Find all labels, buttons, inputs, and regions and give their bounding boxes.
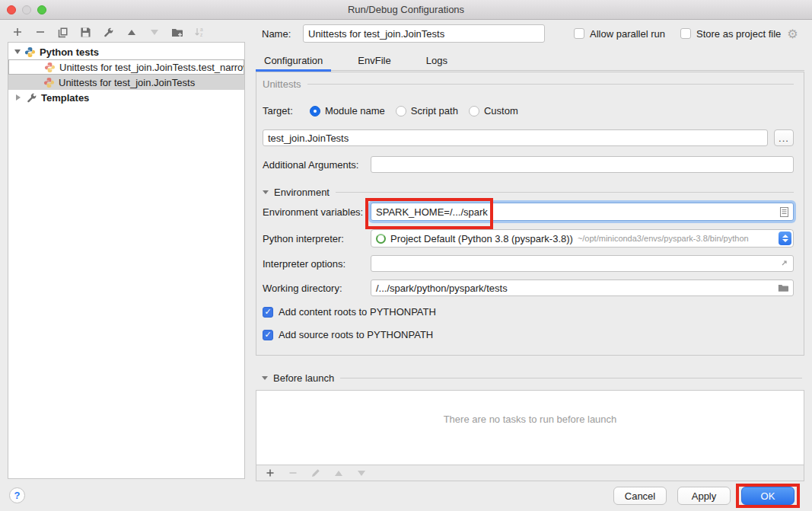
additional-arguments-row: Additional Arguments: xyxy=(263,156,794,173)
edit-icon[interactable] xyxy=(309,467,322,480)
tree-item-templates[interactable]: Templates xyxy=(8,90,244,105)
python-interpreter-row: Python interpreter: Project Default (Pyt… xyxy=(263,229,794,248)
ok-label: OK xyxy=(761,490,775,502)
tree-item-label: Templates xyxy=(41,92,89,104)
radio-label: Script path xyxy=(411,105,458,117)
tree-item-unittests-narrow[interactable]: Unittests for test_join.JoinTests.test_n… xyxy=(8,59,244,75)
before-launch-label: Before launch xyxy=(273,372,334,384)
unittests-group-header: Unittests xyxy=(263,78,794,90)
checkbox-checked-icon[interactable]: ✓ xyxy=(263,330,273,340)
edit-templates-icon[interactable] xyxy=(102,26,115,39)
module-row: test_join.JoinTests ... xyxy=(263,129,794,146)
apply-label: Apply xyxy=(692,490,717,502)
move-down-icon[interactable] xyxy=(355,467,368,480)
interpreter-options-row: Interpreter options: xyxy=(263,255,794,272)
expand-icon[interactable] xyxy=(779,259,788,268)
dropdown-stepper-icon[interactable] xyxy=(779,232,791,245)
edit-variables-icon[interactable] xyxy=(780,207,788,217)
radio-icon[interactable] xyxy=(469,106,479,117)
save-icon[interactable] xyxy=(79,26,92,39)
target-label: Target: xyxy=(263,105,310,117)
title-bar: Run/Debug Configurations xyxy=(0,0,812,20)
python-icon xyxy=(24,46,36,58)
tree-item-python-tests[interactable]: Python tests xyxy=(8,44,244,59)
chevron-down-icon[interactable] xyxy=(14,50,21,54)
python-interpreter-path: ~/opt/miniconda3/envs/pyspark-3.8/bin/py… xyxy=(578,234,749,243)
tab-configuration[interactable]: Configuration xyxy=(256,50,331,70)
tab-logs[interactable]: Logs xyxy=(418,50,456,70)
remove-icon[interactable] xyxy=(286,467,299,480)
module-name-input[interactable]: test_join.JoinTests xyxy=(263,129,768,146)
sort-alphabetically-icon[interactable]: az xyxy=(193,26,206,39)
tab-envfile[interactable]: EnvFile xyxy=(349,50,399,70)
add-icon[interactable] xyxy=(11,26,24,39)
python-test-icon xyxy=(44,62,56,73)
before-launch-toolbar xyxy=(256,465,804,481)
new-folder-icon[interactable] xyxy=(170,26,183,39)
wrench-icon xyxy=(26,92,37,104)
copy-icon[interactable] xyxy=(56,26,69,39)
working-directory-label: Working directory: xyxy=(263,283,371,294)
before-launch-header[interactable]: Before launch xyxy=(262,372,802,384)
move-up-icon[interactable] xyxy=(332,467,345,480)
name-row: Name: Allow parallel run Store as projec… xyxy=(262,24,804,43)
environment-section-header[interactable]: Environment xyxy=(263,187,794,198)
configuration-panel: Unittests Target: Module name Script pat… xyxy=(256,72,804,356)
working-directory-input[interactable]: /.../spark/python/pyspark/tests xyxy=(371,279,794,296)
interpreter-options-input[interactable] xyxy=(371,255,794,272)
before-launch-panel: There are no tasks to run before launch xyxy=(256,390,804,481)
checkbox-unchecked-icon[interactable] xyxy=(574,28,584,39)
folder-icon[interactable] xyxy=(778,283,788,292)
environment-section-label: Environment xyxy=(274,187,330,198)
radio-script-path[interactable]: Script path xyxy=(396,105,458,117)
add-source-roots-row[interactable]: ✓ Add source roots to PYTHONPATH xyxy=(263,329,794,340)
remove-icon[interactable] xyxy=(33,26,46,39)
radio-icon[interactable] xyxy=(396,106,406,117)
apply-button[interactable]: Apply xyxy=(677,487,731,505)
interpreter-options-label: Interpreter options: xyxy=(263,258,371,270)
window-title: Run/Debug Configurations xyxy=(0,4,812,15)
checkbox-unchecked-icon[interactable] xyxy=(680,28,691,39)
chevron-down-icon[interactable] xyxy=(263,190,269,194)
add-content-roots-row[interactable]: ✓ Add content roots to PYTHONPATH xyxy=(263,306,794,318)
cancel-button[interactable]: Cancel xyxy=(613,487,667,505)
gear-icon[interactable]: ⚙ xyxy=(787,27,798,41)
python-interpreter-select[interactable]: Project Default (Python 3.8 (pyspark-3.8… xyxy=(371,229,794,248)
browse-button[interactable]: ... xyxy=(774,129,794,146)
tab-label: EnvFile xyxy=(358,55,390,66)
environment-variables-row: Environment variables: SPARK_HOME=/.../s… xyxy=(263,203,794,221)
move-up-icon[interactable] xyxy=(125,26,138,39)
environment-variables-label: Environment variables: xyxy=(263,206,371,218)
name-input[interactable] xyxy=(303,24,545,43)
move-down-icon[interactable] xyxy=(148,26,161,39)
chevron-right-icon[interactable] xyxy=(16,94,21,101)
python-test-icon xyxy=(43,77,55,88)
help-button[interactable]: ? xyxy=(9,487,25,503)
name-label: Name: xyxy=(262,28,303,40)
help-label: ? xyxy=(14,490,21,501)
browse-label: ... xyxy=(779,133,789,144)
environment-variables-input[interactable]: SPARK_HOME=/.../spark xyxy=(371,203,794,221)
radio-module-name[interactable]: Module name xyxy=(310,105,385,117)
add-source-roots-label: Add source roots to PYTHONPATH xyxy=(279,329,433,340)
additional-arguments-input[interactable] xyxy=(371,156,794,173)
environment-variables-value: SPARK_HOME=/.../spark xyxy=(376,206,488,218)
working-directory-row: Working directory: /.../spark/python/pys… xyxy=(263,279,794,296)
svg-text:z: z xyxy=(200,32,202,37)
before-launch-empty-text: There are no tasks to run before launch xyxy=(256,414,804,425)
checkbox-checked-icon[interactable]: ✓ xyxy=(263,307,273,318)
cancel-label: Cancel xyxy=(625,490,655,502)
additional-arguments-label: Additional Arguments: xyxy=(263,159,371,171)
ok-button[interactable]: OK xyxy=(741,487,794,505)
radio-label: Custom xyxy=(484,105,518,117)
store-as-project-file-checkbox[interactable]: Store as project file xyxy=(680,28,781,40)
tree-item-unittests-jointests[interactable]: Unittests for test_join.JoinTests xyxy=(8,75,244,90)
allow-parallel-run-checkbox[interactable]: Allow parallel run xyxy=(574,28,665,40)
add-icon[interactable] xyxy=(263,467,276,480)
divider xyxy=(336,192,794,193)
tree-item-label: Unittests for test_join.JoinTests.test_n… xyxy=(59,62,244,73)
tab-label: Configuration xyxy=(264,55,323,66)
radio-custom[interactable]: Custom xyxy=(469,105,518,117)
chevron-down-icon[interactable] xyxy=(262,376,268,380)
radio-selected-icon[interactable] xyxy=(310,106,320,117)
